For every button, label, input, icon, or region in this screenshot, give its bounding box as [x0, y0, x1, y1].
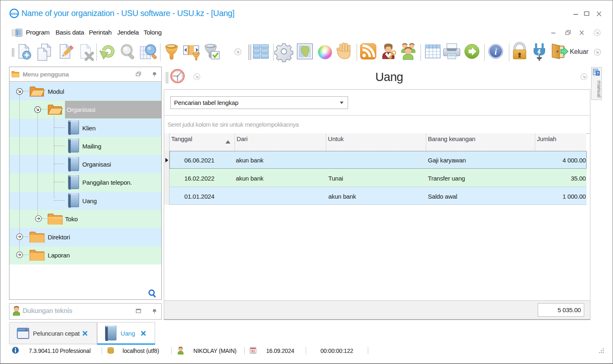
- svg-text:usu: usu: [11, 11, 18, 16]
- svg-text:?: ?: [597, 71, 599, 75]
- svg-text:i: i: [495, 47, 497, 57]
- svg-text:Keluar: Keluar: [570, 48, 589, 55]
- svg-text:31: 31: [251, 349, 255, 353]
